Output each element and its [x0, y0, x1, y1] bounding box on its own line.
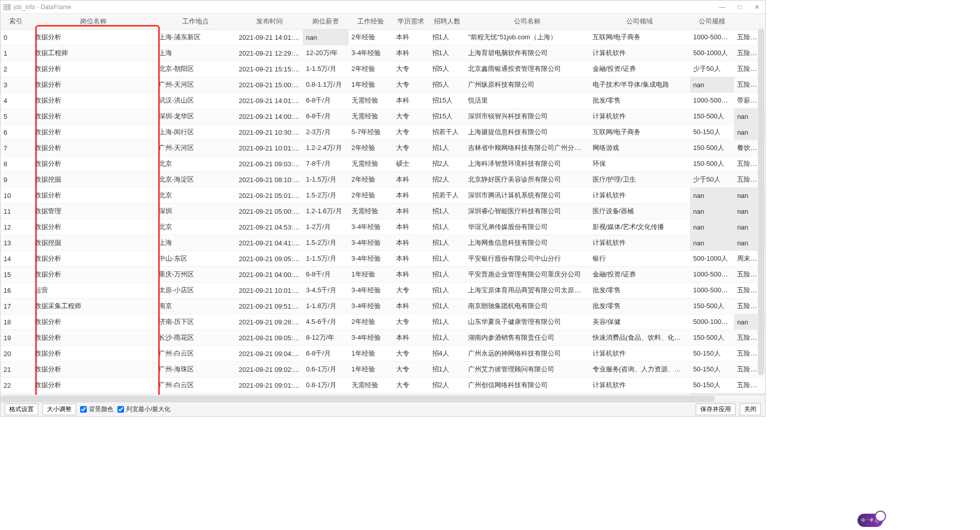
- cell-loc[interactable]: 武汉-洪山区: [156, 93, 236, 109]
- col-job-title[interactable]: 岗位名称: [32, 14, 156, 30]
- horizontal-scrollbar[interactable]: [1, 395, 765, 402]
- cell-idx[interactable]: 10: [1, 188, 32, 204]
- cell-idx[interactable]: 4: [1, 93, 32, 109]
- cell-rec[interactable]: 招1人: [429, 298, 465, 314]
- cell-rec[interactable]: 招若干人: [429, 188, 465, 204]
- cell-edu[interactable]: 本科: [393, 172, 429, 188]
- cell-edu[interactable]: 大专: [393, 124, 429, 140]
- cell-time[interactable]: 2021-09-21 15:00:10: [236, 77, 303, 93]
- cell-rec[interactable]: 招2人: [429, 377, 465, 393]
- cell-job[interactable]: 数据分析: [32, 219, 156, 235]
- cell-time[interactable]: 2021-09-21 09:51:03: [236, 298, 303, 314]
- cell-job[interactable]: 数据分析: [32, 362, 156, 377]
- cell-exp[interactable]: 3-4年经验: [349, 330, 393, 346]
- cell-size[interactable]: 50-150人: [690, 124, 734, 140]
- cell-field[interactable]: 医疗设备/器械: [590, 204, 691, 219]
- table-row[interactable]: 0数据分析上海-浦东新区2021-09-21 14:01:06nan2年经验本科…: [1, 30, 765, 45]
- vertical-scrollbar[interactable]: [757, 28, 765, 373]
- cell-sal[interactable]: 1-1.5万/月: [303, 172, 348, 188]
- cell-idx[interactable]: 3: [1, 77, 32, 93]
- cell-exp[interactable]: 1年经验: [349, 346, 393, 362]
- cell-sal[interactable]: 1.5-2万/月: [303, 188, 348, 204]
- col-index[interactable]: 索引: [1, 14, 32, 30]
- cell-edu[interactable]: 大专: [393, 61, 429, 77]
- table-row[interactable]: 15数据分析重庆-万州区2021-09-21 04:00:006-8千/月1年经…: [1, 267, 765, 283]
- cell-size[interactable]: nan: [690, 77, 734, 93]
- col-salary[interactable]: 岗位薪资: [303, 14, 348, 30]
- table-row[interactable]: 16运营太原-小店区2021-09-21 10:01:263-4.5千/月3-4…: [1, 283, 765, 298]
- cell-field[interactable]: 批发/零售: [590, 93, 691, 109]
- cell-idx[interactable]: 2: [1, 61, 32, 77]
- cell-loc[interactable]: 广州-天河区: [156, 77, 236, 93]
- cell-comp[interactable]: 广州永远的神网络科技有限公司: [465, 346, 589, 362]
- cell-time[interactable]: 2021-09-21 14:01:38: [236, 93, 303, 109]
- cell-idx[interactable]: 7: [1, 140, 32, 156]
- table-row[interactable]: 8数据分析北京2021-09-21 09:03:377-8千/月无需经验硕士招2…: [1, 156, 765, 172]
- table-row[interactable]: 6数据分析上海-闵行区2021-09-21 10:30:162-3万/月5-7年…: [1, 124, 765, 140]
- cell-edu[interactable]: 大专: [393, 109, 429, 124]
- cell-job[interactable]: 数据采集工程师: [32, 298, 156, 314]
- cell-idx[interactable]: 14: [1, 251, 32, 267]
- cell-time[interactable]: 2021-09-21 09:03:37: [236, 156, 303, 172]
- cell-job[interactable]: 运营: [32, 283, 156, 298]
- cell-size[interactable]: 1000-5000人: [690, 93, 734, 109]
- cell-edu[interactable]: 本科: [393, 93, 429, 109]
- cell-exp[interactable]: 3-4年经验: [349, 219, 393, 235]
- cell-rec[interactable]: 招1人: [429, 330, 465, 346]
- cell-sal[interactable]: 6-8千/月: [303, 346, 348, 362]
- table-row[interactable]: 18数据分析济南-历下区2021-09-21 09:28:054.5-6千/月2…: [1, 314, 765, 330]
- cell-comp[interactable]: 深圳睿心智能医疗科技有限公司: [465, 204, 589, 219]
- cell-field[interactable]: 医疗/护理/卫生: [590, 172, 691, 188]
- format-button[interactable]: 格式设置: [5, 403, 38, 415]
- cell-comp[interactable]: 南京朗驰集团机电有限公司: [465, 298, 589, 314]
- cell-comp[interactable]: 上海育碧电脑软件有限公司: [465, 45, 589, 61]
- cell-exp[interactable]: 3-4年经验: [349, 235, 393, 251]
- cell-field[interactable]: 银行: [590, 251, 691, 267]
- col-benefits[interactable]: [734, 14, 765, 30]
- cell-rec[interactable]: 招1人: [429, 30, 465, 45]
- cell-sal[interactable]: 12-20万/年: [303, 45, 348, 61]
- cell-rec[interactable]: 招2人: [429, 156, 465, 172]
- cell-field[interactable]: 快速消费品(食品、饮料、化妆品): [590, 330, 691, 346]
- cell-sal[interactable]: 6-8千/月: [303, 109, 348, 124]
- cell-size[interactable]: 50-150人: [690, 377, 734, 393]
- cell-job[interactable]: 数据分析: [32, 188, 156, 204]
- cell-comp[interactable]: 广州纵原科技有限公司: [465, 77, 589, 93]
- cell-field[interactable]: 美容/保健: [590, 314, 691, 330]
- cell-exp[interactable]: 3-4年经验: [349, 283, 393, 298]
- cell-sal[interactable]: 6-8千/月: [303, 93, 348, 109]
- cell-job[interactable]: 数据分析: [32, 61, 156, 77]
- vscroll-thumb[interactable]: [758, 29, 764, 375]
- col-company[interactable]: 公司名称: [465, 14, 589, 30]
- cell-rec[interactable]: 招4人: [429, 346, 465, 362]
- cell-idx[interactable]: 16: [1, 283, 32, 298]
- cell-loc[interactable]: 广州-白云区: [156, 346, 236, 362]
- resize-button[interactable]: 大小调整: [42, 403, 76, 415]
- cell-exp[interactable]: 无需经验: [349, 109, 393, 124]
- cell-job[interactable]: 数据分析: [32, 330, 156, 346]
- table-row[interactable]: 13数据挖掘上海2021-09-21 04:41:401.5-2万/月3-4年经…: [1, 235, 765, 251]
- close-footer-button[interactable]: 关闭: [740, 403, 761, 415]
- cell-field[interactable]: 互联网/电子商务: [590, 30, 691, 45]
- cell-exp[interactable]: 2年经验: [349, 314, 393, 330]
- table-row[interactable]: 20数据分析广州-白云区2021-09-21 09:04:466-8千/月1年经…: [1, 346, 765, 362]
- cell-rec[interactable]: 招1人: [429, 204, 465, 219]
- cell-sal[interactable]: nan: [303, 30, 348, 45]
- close-button[interactable]: ✕: [752, 2, 762, 12]
- cell-job[interactable]: 数据分析: [32, 30, 156, 45]
- cell-rec[interactable]: 招5人: [429, 61, 465, 77]
- table-row[interactable]: 14数据分析中山-东区2021-09-21 09:05:541-1.5万/月3-…: [1, 251, 765, 267]
- cell-comp[interactable]: 上海科泽智慧环境科技有限公司: [465, 156, 589, 172]
- cell-edu[interactable]: 大专: [393, 362, 429, 377]
- cell-sal[interactable]: 1.2-1.6万/月: [303, 204, 348, 219]
- cell-comp[interactable]: "前程无忧"51job.com（上海）: [465, 30, 589, 45]
- cell-exp[interactable]: 2年经验: [349, 172, 393, 188]
- cell-comp[interactable]: 上海网鱼信息科技有限公司: [465, 235, 589, 251]
- dataframe-grid[interactable]: 索引 岗位名称 工作地点 发布时间 岗位薪资 工作经验 学历需求 招聘人数 公司…: [1, 14, 765, 395]
- cell-loc[interactable]: 北京-朝阳区: [156, 61, 236, 77]
- cell-exp[interactable]: 无需经验: [349, 377, 393, 393]
- col-field[interactable]: 公司领域: [590, 14, 691, 30]
- cell-field[interactable]: 批发/零售: [590, 283, 691, 298]
- cell-idx[interactable]: 11: [1, 204, 32, 219]
- col-experience[interactable]: 工作经验: [349, 14, 393, 30]
